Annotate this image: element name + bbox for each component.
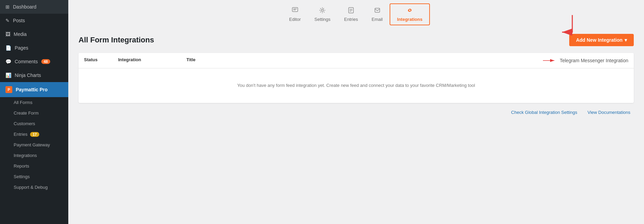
col-integration: Integration [118,57,186,64]
content-header: All Form Integrations Add New Integratio… [79,34,634,46]
sidebar-item-all-forms[interactable]: All Forms [0,97,68,108]
tab-editor[interactable]: Editor [282,4,308,25]
comments-badge: 48 [41,59,50,64]
view-documentations-link[interactable]: View Documentations [588,110,631,115]
telegram-integration-label: Telegram Messenger Integration [560,58,628,63]
sidebar-item-integrations[interactable]: Integrations [0,150,68,161]
tab-entries[interactable]: Entries [337,4,365,25]
media-icon: 🖼 [5,31,10,37]
integrations-table: Status Integration Title Telegram Messen… [79,53,634,103]
tab-email[interactable]: Email [365,4,390,25]
tab-settings[interactable]: Settings [308,4,337,25]
main-content: Editor Settings Entries [68,0,644,224]
sidebar-item-comments[interactable]: 💬 Comments 48 [0,55,68,68]
sidebar-item-posts[interactable]: ✎ Posts [0,14,68,27]
sidebar-item-media[interactable]: 🖼 Media [0,27,68,41]
sidebar-item-dashboard[interactable]: ⊞ Dashboard [0,0,68,14]
sidebar-item-payment-gateway[interactable]: Payment Gateway [0,140,68,150]
col-title: Title [186,57,543,64]
comments-icon: 💬 [5,59,11,64]
empty-state: You don't have any form feed integration… [79,68,634,103]
horizontal-arrow-icon [543,57,557,64]
page-title: All Form Integrations [79,36,154,44]
sidebar-item-ninja-charts[interactable]: 📊 Ninja Charts [0,68,68,82]
entries-tab-icon [348,7,354,15]
paymattic-logo: P [5,86,12,93]
editor-icon [292,7,298,15]
arrow-down-indicator [555,13,576,37]
sidebar-item-customers[interactable]: Customers [0,118,68,129]
content-area: All Form Integrations Add New Integratio… [68,27,644,224]
table-header: Status Integration Title Telegram Messen… [79,53,634,68]
entries-badge: 17 [30,132,39,137]
add-new-integration-button[interactable]: Add New Integration ▾ [569,34,634,46]
sidebar-item-entries[interactable]: Entries 17 [0,129,68,140]
sidebar: ⊞ Dashboard ✎ Posts 🖼 Media 📄 Pages 💬 Co… [0,0,68,224]
sidebar-item-paymattic-pro[interactable]: P Paymattic Pro [0,82,68,97]
svg-rect-0 [292,8,298,12]
check-global-settings-link[interactable]: Check Global Integration Settings [511,110,577,115]
integrations-icon [406,7,413,15]
settings-icon [319,7,326,15]
sidebar-item-create-form[interactable]: Create Form [0,108,68,118]
posts-icon: ✎ [5,18,10,23]
bottom-links: Check Global Integration Settings View D… [79,110,634,115]
pages-icon: 📄 [5,45,11,51]
telegram-label-area: Telegram Messenger Integration [543,57,628,64]
sidebar-item-pages[interactable]: 📄 Pages [0,41,68,55]
tab-integrations[interactable]: Integrations [390,3,430,25]
ninja-charts-icon: 📊 [5,73,11,78]
sidebar-item-support-debug[interactable]: Support & Debug [0,182,68,193]
email-icon [374,7,381,15]
col-status: Status [84,57,118,64]
svg-point-3 [321,9,323,11]
dashboard-icon: ⊞ [5,4,10,10]
sidebar-item-settings[interactable]: Settings [0,171,68,182]
sidebar-item-reports[interactable]: Reports [0,161,68,171]
